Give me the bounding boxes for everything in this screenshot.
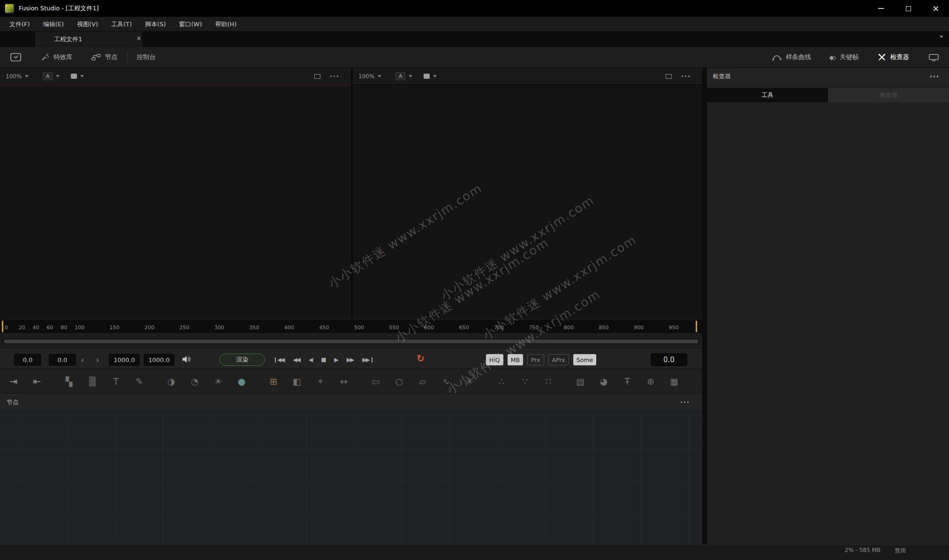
single-viewer-button[interactable] bbox=[919, 53, 949, 61]
stop-button[interactable]: ■ bbox=[321, 356, 326, 363]
right-viewer-channel-dropdown[interactable] bbox=[424, 74, 437, 79]
channel-swatch-icon bbox=[71, 74, 77, 79]
left-viewer-zoom-dropdown[interactable]: 100% bbox=[6, 73, 29, 80]
play-button[interactable]: ▶ bbox=[334, 356, 339, 363]
menu-view[interactable]: 视图(V) bbox=[70, 17, 105, 31]
menu-file[interactable]: 文件(F) bbox=[3, 17, 37, 31]
keyframes-view-button[interactable]: 关键帧 bbox=[820, 53, 868, 61]
inspector-options-icon[interactable] bbox=[934, 76, 935, 77]
quality-hiq-toggle[interactable]: HiQ bbox=[486, 354, 503, 365]
merge-icon[interactable]: ⊞ bbox=[267, 376, 280, 386]
fastnoise-icon[interactable]: ▒ bbox=[86, 376, 99, 386]
right-viewer-zoom-dropdown[interactable]: 100% bbox=[358, 73, 381, 80]
left-viewer-channel-dropdown[interactable] bbox=[71, 74, 84, 79]
text-plus-icon[interactable]: T bbox=[110, 376, 122, 386]
inspector-view-button[interactable]: 检查器 bbox=[868, 53, 919, 61]
play-reverse-button[interactable]: ◀ bbox=[309, 356, 313, 363]
close-button[interactable] bbox=[922, 0, 949, 17]
viewer-splitter[interactable] bbox=[351, 68, 353, 319]
spline-view-button[interactable]: 样条曲线 bbox=[763, 53, 820, 61]
right-viewer-buffer-dropdown[interactable]: A bbox=[395, 72, 412, 80]
timeline-ruler[interactable]: 0204060801001502002503003504004505005506… bbox=[0, 319, 702, 333]
ruler-tick: 450 bbox=[319, 325, 329, 331]
loop-button[interactable]: ↻ bbox=[417, 353, 425, 364]
viewer-options-icon[interactable] bbox=[334, 76, 335, 77]
inspector-tab-modifiers[interactable]: 修改器 bbox=[828, 88, 949, 102]
dissolve-icon[interactable]: ◧ bbox=[291, 376, 303, 386]
fast-forward-button[interactable]: ▶▶ bbox=[347, 356, 354, 363]
menu-window[interactable]: 窗口(W) bbox=[173, 17, 209, 31]
right-viewer[interactable] bbox=[353, 85, 702, 319]
project-tab[interactable]: 工程文件1 bbox=[35, 31, 142, 47]
audio-button[interactable] bbox=[182, 356, 191, 365]
ruler-tick: 0 bbox=[5, 325, 8, 331]
paint-icon[interactable]: ✎ bbox=[133, 376, 145, 386]
inspector-splitter[interactable] bbox=[702, 68, 707, 545]
menu-help[interactable]: 帮助(H) bbox=[209, 17, 243, 31]
nodes-view-button[interactable]: 节点 bbox=[82, 47, 127, 68]
polygon-mask-icon[interactable]: ▱ bbox=[417, 376, 429, 386]
magicwand-mask-icon[interactable]: ✳ bbox=[463, 376, 476, 386]
timeline-scroll-handle[interactable] bbox=[4, 340, 698, 343]
bspline-mask-icon[interactable]: ∿ bbox=[440, 376, 452, 386]
menu-script[interactable]: 脚本(S) bbox=[138, 17, 172, 31]
minimize-button[interactable] bbox=[867, 0, 895, 17]
quality-some-toggle[interactable]: Some bbox=[573, 354, 596, 365]
quality-prx-toggle[interactable]: Prx bbox=[527, 354, 544, 365]
left-viewer-buffer-dropdown[interactable]: A bbox=[43, 72, 60, 80]
background-icon[interactable]: ▚ bbox=[63, 376, 75, 386]
node-panel-options-icon[interactable] bbox=[684, 401, 686, 403]
tab-overflow-button[interactable] bbox=[940, 38, 943, 47]
renderer3d-icon[interactable]: ▦ bbox=[668, 376, 680, 386]
colorcurves-icon[interactable]: ◔ bbox=[189, 376, 201, 386]
fast-reverse-button[interactable]: ◀◀ bbox=[293, 356, 300, 363]
shape3d-icon[interactable]: ◕ bbox=[598, 376, 610, 386]
merge3d-icon[interactable]: ⊕ bbox=[645, 376, 657, 386]
quality-aprx-toggle[interactable]: APrx bbox=[548, 354, 569, 365]
render-range-start-marker[interactable] bbox=[2, 321, 3, 332]
global-start-field[interactable]: 0.0 bbox=[14, 354, 41, 366]
left-viewer[interactable] bbox=[0, 85, 351, 319]
resize-icon[interactable]: ↔ bbox=[338, 376, 350, 386]
inspector-tab-tools[interactable]: 工具 bbox=[707, 88, 828, 102]
goto-start-button[interactable]: ◀◀ bbox=[273, 356, 285, 363]
node-graph-canvas[interactable] bbox=[0, 411, 702, 545]
menu-tools[interactable]: 工具(T) bbox=[105, 17, 138, 31]
global-end-field[interactable]: 1000.0 bbox=[144, 354, 175, 366]
timeline-scrollbar[interactable] bbox=[2, 339, 700, 344]
buffer-label: A bbox=[43, 72, 53, 80]
goto-end-button[interactable]: ▶▶ bbox=[362, 356, 373, 363]
render-range-end-marker[interactable] bbox=[696, 321, 697, 332]
render-button[interactable]: 渲染 bbox=[220, 354, 265, 366]
text3d-icon[interactable]: Ŧ bbox=[621, 376, 633, 386]
quality-mb-toggle[interactable]: MB bbox=[508, 354, 523, 365]
subview-icon[interactable] bbox=[666, 74, 672, 79]
rectangle-mask-icon[interactable]: ▭ bbox=[370, 376, 382, 386]
prender-icon[interactable]: ∷ bbox=[542, 376, 554, 386]
pemitter-icon[interactable]: ∴ bbox=[495, 376, 508, 386]
colorcorrector-icon[interactable]: ◑ bbox=[165, 376, 177, 386]
viewer-options-icon[interactable] bbox=[685, 76, 687, 77]
loader-icon[interactable]: ⇥ bbox=[8, 376, 20, 387]
effects-library-button[interactable]: 特效库 bbox=[31, 47, 82, 68]
brightness-contrast-icon[interactable]: ☀ bbox=[212, 376, 224, 386]
close-icon bbox=[933, 6, 939, 12]
blur-icon[interactable]: ● bbox=[235, 376, 248, 386]
current-frame-field[interactable]: 0.0 bbox=[651, 353, 687, 366]
render-start-field[interactable]: 0.0 bbox=[49, 354, 76, 366]
subview-icon[interactable] bbox=[314, 74, 320, 79]
pmerge-icon[interactable]: ∵ bbox=[519, 376, 531, 386]
ruler-tick: 350 bbox=[250, 325, 259, 331]
viewer-select-button[interactable] bbox=[0, 47, 31, 68]
render-end-field[interactable]: 1000.0 bbox=[109, 354, 140, 366]
step-forward-button[interactable]: › bbox=[92, 354, 103, 366]
step-back-button[interactable]: ‹ bbox=[77, 354, 88, 366]
ruler-tick: 650 bbox=[459, 325, 469, 331]
console-button[interactable]: 控制台 bbox=[128, 47, 166, 68]
menu-edit[interactable]: 编辑(E) bbox=[37, 17, 70, 31]
maximize-button[interactable] bbox=[895, 0, 922, 17]
ellipse-mask-icon[interactable]: ○ bbox=[393, 376, 405, 386]
transform-icon[interactable]: ⌖ bbox=[314, 376, 326, 386]
saver-icon[interactable]: ⇤ bbox=[31, 376, 43, 387]
imageplane3d-icon[interactable]: ▤ bbox=[574, 376, 586, 386]
